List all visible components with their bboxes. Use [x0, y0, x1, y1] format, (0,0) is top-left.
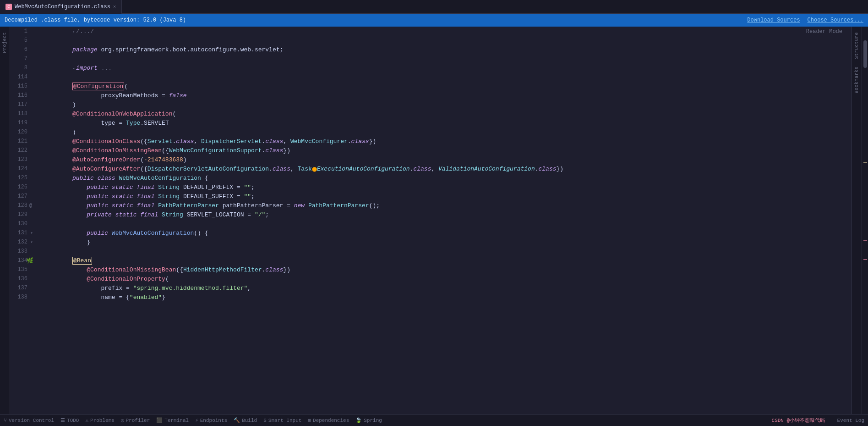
terminal-icon: ⬛ — [156, 417, 163, 423]
line-number: 135 — [10, 266, 33, 273]
event-log-link[interactable]: Event Log — [837, 418, 864, 423]
problems-button[interactable]: ⚠ Problems — [85, 417, 114, 423]
scrollbar-mark-error — [863, 240, 867, 241]
version-control-button[interactable]: ⑂ Version Control — [4, 418, 54, 423]
line-number: 138 — [10, 294, 33, 300]
table-row: 1 ▸/.../ — [10, 27, 852, 36]
build-label: Build — [242, 418, 257, 423]
smart-input-button[interactable]: S Smart Input — [263, 418, 301, 423]
choose-sources-link[interactable]: Choose Sources... — [808, 17, 863, 23]
left-sidebar: Project — [0, 27, 10, 414]
endpoints-label: Endpoints — [200, 418, 227, 423]
table-row: 128 @ public static final PathPatternPar… — [10, 201, 852, 210]
line-number: 115 — [10, 83, 33, 89]
line-number: 124 — [10, 166, 33, 172]
code-editor[interactable]: Reader Mode 1 ▸/.../ 5 6 package org.spr… — [10, 27, 852, 414]
line-number: 6 — [10, 46, 33, 53]
line-number: 122 — [10, 147, 33, 154]
scrollbar-marks — [862, 27, 868, 414]
line-number: 126 — [10, 184, 33, 190]
gutter-bean-icon: 🌿 — [27, 257, 33, 264]
line-number: 127 — [10, 193, 33, 199]
tab-close-button[interactable]: × — [113, 4, 116, 10]
info-bar-actions: Download Sources Choose Sources... — [747, 17, 863, 23]
scrollbar[interactable] — [862, 27, 868, 414]
table-row: 8 ▸import ... — [10, 63, 852, 72]
decompile-info: Decompiled .class file, bytecode version… — [5, 17, 186, 23]
line-number: 7 — [10, 55, 33, 62]
credit-text: CSDN @小钟不想敲代码 Event Log — [772, 417, 864, 424]
problems-icon: ⚠ — [85, 417, 88, 423]
dependencies-icon: ⊞ — [308, 417, 311, 423]
todo-label: TODO — [67, 418, 79, 423]
fold-marker[interactable]: ▸ — [72, 29, 75, 34]
endpoints-button[interactable]: ⚡ Endpoints — [195, 417, 227, 423]
smart-input-label: Smart Input — [268, 418, 302, 423]
dependencies-label: Dependencies — [313, 418, 349, 423]
problems-label: Problems — [90, 418, 115, 423]
editor-area: Project Reader Mode 1 ▸/.../ 5 6 pa — [0, 27, 868, 414]
terminal-button[interactable]: ⬛ Terminal — [156, 417, 189, 423]
build-button[interactable]: 🔨 Build — [234, 417, 257, 423]
at-icon: @ — [29, 203, 32, 208]
line-number: 117 — [10, 101, 33, 108]
bottom-bar: ⑂ Version Control ☰ TODO ⚠ Problems ◎ Pr… — [0, 414, 868, 426]
build-icon: 🔨 — [234, 417, 240, 423]
line-number: 130 — [10, 221, 33, 227]
dependencies-button[interactable]: ⊞ Dependencies — [308, 417, 349, 423]
line-number: 129 — [10, 211, 33, 218]
endpoints-icon: ⚡ — [195, 417, 198, 423]
line-number: 5 — [10, 37, 33, 44]
table-row: 132 ▾ } — [10, 238, 852, 247]
version-control-label: Version Control — [9, 418, 54, 423]
line-number: 137 — [10, 285, 33, 291]
scrollbar-mark-error2 — [863, 259, 867, 260]
spring-button[interactable]: 🍃 Spring — [355, 417, 382, 423]
table-row: 116 proxyBeanMethods = false — [10, 91, 852, 100]
file-tab[interactable]: C WebMvcAutoConfiguration.class × — [0, 0, 122, 14]
line-number: 116 — [10, 92, 33, 99]
line-number: 114 — [10, 74, 33, 80]
todo-icon: ☰ — [60, 417, 65, 423]
line-number: 121 — [10, 138, 33, 144]
scrollbar-mark — [863, 162, 867, 163]
table-row: 131 ▾ public WebMvcAutoConfiguration() { — [10, 228, 852, 238]
tab-bar: C WebMvcAutoConfiguration.class × — [0, 0, 868, 14]
spring-label: Spring — [364, 418, 382, 423]
sidebar-item-bookmarks[interactable]: Bookmarks — [853, 63, 860, 97]
fold-close-marker[interactable]: ▾ — [30, 239, 33, 245]
terminal-label: Terminal — [164, 418, 189, 423]
table-row: 114 — [10, 72, 852, 82]
line-number: 132 — [10, 239, 33, 245]
line-number: 119 — [10, 120, 33, 126]
file-icon: C — [5, 4, 12, 10]
line-number: 133 — [10, 248, 33, 254]
line-number: 125 — [10, 175, 33, 181]
tab-label: WebMvcAutoConfiguration.class — [15, 4, 110, 10]
right-panel: Structure Bookmarks — [852, 27, 862, 414]
line-number: 123 — [10, 156, 33, 163]
table-row: 134 🌿 @Bean — [10, 256, 852, 265]
todo-button[interactable]: ☰ TODO — [60, 417, 79, 423]
sidebar-item-structure[interactable]: Structure — [853, 28, 860, 63]
info-bar: Decompiled .class file, bytecode version… — [0, 14, 868, 27]
smart-input-icon: S — [263, 418, 267, 423]
line-number: 1 — [10, 28, 33, 34]
profiler-button[interactable]: ◎ Profiler — [121, 417, 150, 423]
table-row: 6 package org.springframework.boot.autoc… — [10, 45, 852, 54]
code-content: 1 ▸/.../ 5 6 package org.springframework… — [10, 27, 852, 302]
reader-mode-button[interactable]: Reader Mode — [806, 28, 842, 35]
line-number: 120 — [10, 129, 33, 135]
table-row: 119 type = Type.SERVLET — [10, 118, 852, 127]
table-row: 133 — [10, 247, 852, 256]
profiler-icon: ◎ — [121, 417, 124, 423]
spring-icon: 🍃 — [355, 417, 362, 423]
annotation-bean: @Bean — [72, 257, 92, 265]
sidebar-item-project[interactable]: Project — [1, 28, 8, 57]
fold-marker[interactable]: ▸ — [72, 66, 75, 71]
download-sources-link[interactable]: Download Sources — [747, 17, 800, 23]
table-row: 138 name = {"enabled"} — [10, 293, 852, 302]
version-control-icon: ⑂ — [4, 418, 7, 423]
line-number: 8 — [10, 65, 33, 71]
line-number: 131 — [10, 230, 33, 236]
